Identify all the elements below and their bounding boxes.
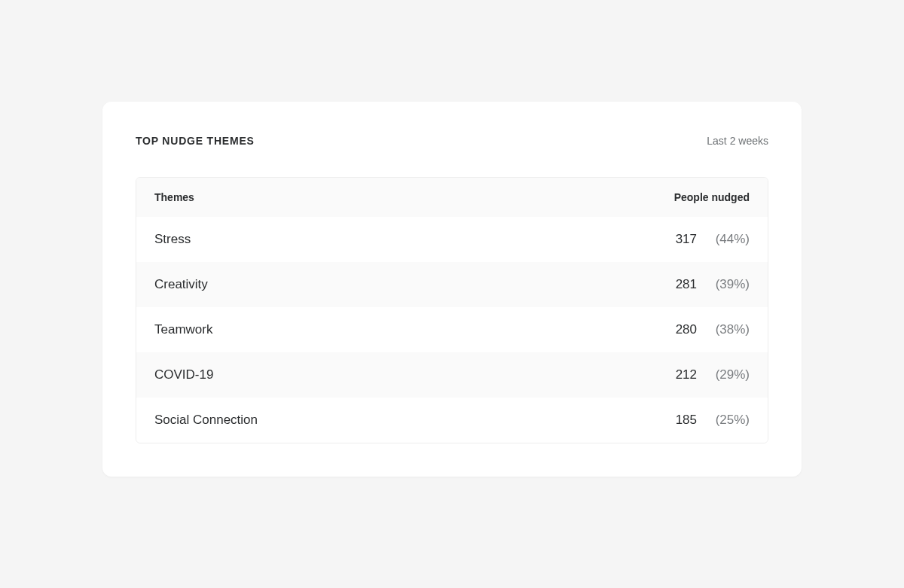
theme-name: Creativity: [154, 277, 659, 292]
card-header: TOP NUDGE THEMES Last 2 weeks: [136, 135, 768, 147]
theme-name: COVID-19: [154, 367, 659, 382]
top-nudge-themes-card: TOP NUDGE THEMES Last 2 weeks Themes Peo…: [102, 102, 802, 477]
people-nudged-column-header: People nudged: [674, 191, 750, 203]
table-row: Teamwork 280 (38%): [136, 307, 768, 352]
themes-table: Themes People nudged Stress 317 (44%) Cr…: [136, 177, 768, 443]
table-header-row: Themes People nudged: [136, 178, 768, 217]
people-count: 280: [659, 322, 697, 337]
people-count: 185: [659, 413, 697, 428]
table-row: Stress 317 (44%): [136, 217, 768, 262]
table-row: COVID-19 212 (29%): [136, 352, 768, 398]
table-row: Social Connection 185 (25%): [136, 398, 768, 443]
people-percent: (25%): [697, 413, 750, 428]
table-row: Creativity 281 (39%): [136, 262, 768, 307]
theme-name: Social Connection: [154, 413, 659, 428]
people-percent: (39%): [697, 277, 750, 292]
people-count: 281: [659, 277, 697, 292]
card-title: TOP NUDGE THEMES: [136, 135, 255, 147]
theme-name: Teamwork: [154, 322, 659, 337]
people-percent: (29%): [697, 367, 750, 382]
people-percent: (44%): [697, 232, 750, 247]
themes-column-header: Themes: [154, 191, 674, 203]
people-percent: (38%): [697, 322, 750, 337]
card-subtitle: Last 2 weeks: [707, 135, 768, 147]
people-count: 212: [659, 367, 697, 382]
people-count: 317: [659, 232, 697, 247]
theme-name: Stress: [154, 232, 659, 247]
